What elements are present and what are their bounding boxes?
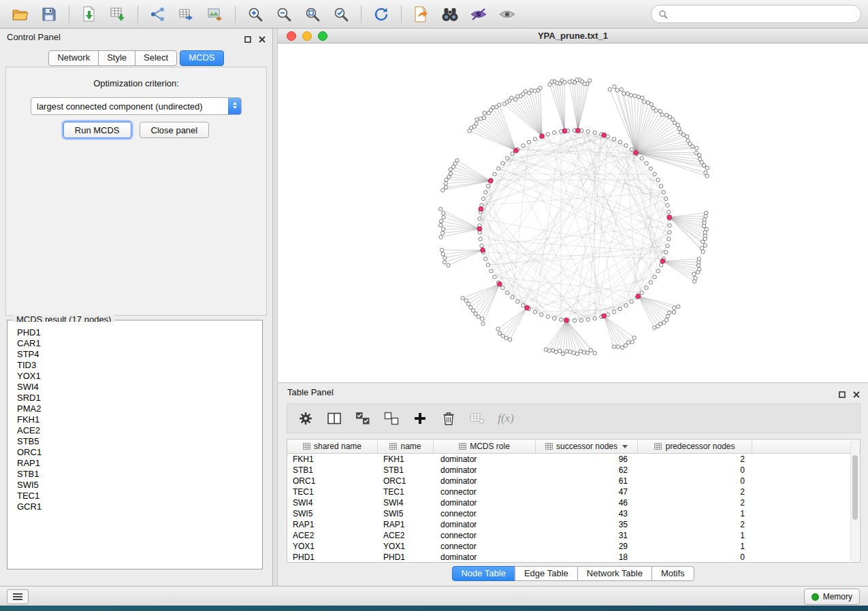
desktop: Control Panel Network Style Select MCDS … xyxy=(0,0,868,611)
network-canvas[interactable] xyxy=(278,44,868,382)
column-header-shared-name[interactable]: shared name xyxy=(287,440,378,453)
show-all-button[interactable] xyxy=(494,3,521,25)
close-panel-button[interactable] xyxy=(259,33,266,46)
tab-style[interactable]: Style xyxy=(98,50,135,66)
mcds-result-item[interactable]: SWI4 xyxy=(17,382,261,393)
panel-splitter[interactable] xyxy=(272,29,278,586)
hide-selected-button[interactable] xyxy=(465,3,492,25)
search-network-button[interactable] xyxy=(436,3,464,25)
tab-node-table[interactable]: Node Table xyxy=(451,566,515,581)
tab-select[interactable]: Select xyxy=(135,50,177,66)
table-cell: connector xyxy=(434,509,536,518)
column-header-name[interactable]: name xyxy=(378,440,434,453)
export-network-button[interactable] xyxy=(144,3,172,25)
tab-edge-table[interactable]: Edge Table xyxy=(515,566,578,581)
window-minimize-button[interactable] xyxy=(302,31,312,41)
float-panel-button[interactable] xyxy=(244,33,251,46)
mcds-result-item[interactable]: TID3 xyxy=(17,360,261,371)
close-icon xyxy=(853,391,860,398)
window-close-button[interactable] xyxy=(287,31,296,41)
function-builder-button[interactable]: f(x) xyxy=(497,410,515,427)
split-panel-button[interactable] xyxy=(325,410,343,427)
table-row[interactable]: YOX1YOX1connector291 xyxy=(287,541,851,552)
close-panel-button[interactable] xyxy=(853,389,860,401)
scrollbar-thumb[interactable] xyxy=(852,455,858,520)
memory-button[interactable]: Memory xyxy=(804,589,860,605)
table-row[interactable]: RAP1RAP1dominator352 xyxy=(287,519,851,530)
column-grid-icon xyxy=(654,443,662,450)
search-field[interactable] xyxy=(651,5,861,23)
mcds-result-item[interactable]: FKH1 xyxy=(17,414,261,425)
table-cell: connector xyxy=(434,531,536,540)
mcds-result-item[interactable]: RAP1 xyxy=(17,458,261,469)
select-all-button[interactable] xyxy=(354,410,372,427)
import-table-button[interactable] xyxy=(104,3,131,25)
column-label: successor nodes xyxy=(556,442,617,451)
search-input[interactable] xyxy=(672,9,854,20)
table-cell: PHD1 xyxy=(378,552,434,562)
run-mcds-button[interactable]: Run MCDS xyxy=(63,122,131,138)
save-session-button[interactable] xyxy=(35,3,63,25)
export-network-icon xyxy=(150,6,166,22)
delete-column-button[interactable] xyxy=(440,410,457,427)
export-table-button[interactable] xyxy=(173,3,200,25)
column-header-successor-nodes[interactable]: successor nodes xyxy=(536,440,638,453)
float-panel-button[interactable] xyxy=(839,389,846,401)
open-session-button[interactable] xyxy=(7,3,34,25)
criterion-dropdown[interactable]: largest connected component (undirected) xyxy=(31,97,242,115)
network-window-title: YPA_prune.txt_1 xyxy=(538,31,608,41)
zoom-fit-button[interactable] xyxy=(299,3,326,25)
mcds-result-item[interactable]: GCR1 xyxy=(17,501,261,512)
tab-network[interactable]: Network xyxy=(48,50,99,66)
tab-network-table[interactable]: Network Table xyxy=(577,566,652,581)
panel-menu-button[interactable] xyxy=(7,589,29,604)
toolbar-separator xyxy=(138,5,138,23)
mcds-result-item[interactable]: STP4 xyxy=(17,349,261,360)
zoom-selected-button[interactable] xyxy=(327,3,355,25)
mcds-result-item[interactable]: CAR1 xyxy=(17,338,261,349)
import-network-button[interactable] xyxy=(76,3,103,25)
hamburger-icon xyxy=(12,593,23,601)
mcds-result-item[interactable]: ACE2 xyxy=(17,425,261,436)
table-toolbar: f(x) xyxy=(287,403,861,433)
refresh-view-button[interactable] xyxy=(368,3,395,25)
mcds-result-item[interactable]: SRD1 xyxy=(17,393,261,403)
tab-mcds[interactable]: MCDS xyxy=(180,50,223,66)
table-cell: RAP1 xyxy=(287,520,378,529)
mcds-result-item[interactable]: SWI5 xyxy=(17,480,261,491)
network-window-titlebar[interactable]: YPA_prune.txt_1 xyxy=(278,29,868,44)
share-document-button[interactable] xyxy=(408,3,435,25)
mcds-result-item[interactable]: PMA2 xyxy=(17,403,261,414)
table-row[interactable]: PHD1PHD1dominator180 xyxy=(287,552,851,563)
mcds-result-item[interactable]: PHD1 xyxy=(17,327,261,338)
delete-table-button[interactable] xyxy=(468,410,486,427)
close-panel-action-button[interactable]: Close panel xyxy=(140,122,210,138)
table-row[interactable]: SWI5SWI5connector431 xyxy=(287,508,851,519)
mcds-result-item[interactable]: YOX1 xyxy=(17,371,261,382)
mcds-result-item[interactable]: TEC1 xyxy=(17,491,261,501)
memory-status-icon xyxy=(811,593,819,601)
table-row[interactable]: FKH1FKH1dominator962 xyxy=(287,454,851,465)
export-image-button[interactable] xyxy=(202,3,229,25)
table-row[interactable]: ORC1ORC1dominator610 xyxy=(287,476,851,486)
table-row[interactable]: STB1STB1dominator620 xyxy=(287,465,851,476)
zoom-out-button[interactable] xyxy=(270,3,298,25)
column-header-predecessor-nodes[interactable]: predecessor nodes xyxy=(638,440,752,453)
mcds-result-list[interactable]: PHD1CAR1STP4TID3YOX1SWI4SRD1PMA2FKH1ACE2… xyxy=(9,322,261,567)
table-row[interactable]: SWI4SWI4dominator462 xyxy=(287,497,851,508)
column-header-mcds-role[interactable]: MCDS role xyxy=(434,440,536,453)
table-settings-button[interactable] xyxy=(297,410,315,427)
window-maximize-button[interactable] xyxy=(318,31,327,41)
add-column-button[interactable] xyxy=(411,410,429,427)
table-row[interactable]: ACE2ACE2connector311 xyxy=(287,530,851,541)
tab-motifs[interactable]: Motifs xyxy=(652,566,694,581)
table-row[interactable]: TEC1TEC1connector472 xyxy=(287,486,851,497)
mcds-result-item[interactable]: STB1 xyxy=(17,469,261,480)
mcds-result-item[interactable]: ORC1 xyxy=(17,447,261,458)
zoom-in-button[interactable] xyxy=(242,3,269,25)
table-cell: SWI5 xyxy=(378,509,434,518)
deselect-all-button[interactable] xyxy=(383,410,400,427)
dropdown-stepper[interactable] xyxy=(228,98,241,114)
table-scrollbar[interactable] xyxy=(850,440,859,561)
mcds-result-item[interactable]: STB5 xyxy=(17,436,261,447)
